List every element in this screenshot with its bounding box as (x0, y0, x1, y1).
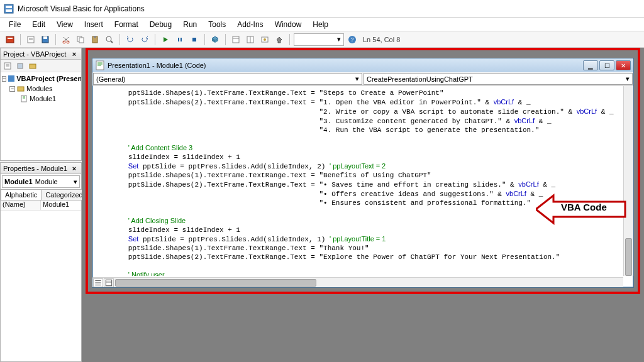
insert-module-icon[interactable] (25, 33, 37, 46)
app-title: Microsoft Visual Basic for Applications (18, 4, 145, 13)
svg-rect-15 (79, 38, 84, 43)
menu-tools[interactable]: Tools (203, 19, 231, 30)
code-window: Presentation1 - Module1 (Code) ▁ ☐ ✕ (Ge… (92, 58, 634, 288)
callout-arrow: VBA Code (536, 192, 630, 227)
code-editor[interactable]: pptSlide.Shapes(1).TextFrame.TextRange.T… (95, 89, 622, 276)
app-icon (4, 4, 14, 14)
properties-grid[interactable]: (Name) Module1 (1, 200, 81, 361)
collapse-icon[interactable]: − (9, 86, 15, 92)
full-module-view-icon[interactable] (104, 278, 114, 287)
object-browser-icon[interactable] (258, 33, 271, 46)
menu-addins[interactable]: Add-Ins (232, 19, 268, 30)
menu-insert[interactable]: Insert (79, 19, 108, 30)
procedure-view-icon[interactable] (93, 278, 103, 287)
mdi-client-area: Presentation1 - Module1 (Code) ▁ ☐ ✕ (Ge… (82, 48, 644, 362)
svg-rect-27 (233, 36, 239, 43)
svg-point-32 (264, 38, 266, 41)
svg-line-19 (111, 41, 113, 43)
properties-tab-alphabetic[interactable]: Alphabetic (1, 189, 42, 200)
project-root-label[interactable]: VBAProject (Presen (16, 75, 81, 82)
procedure-dropdown[interactable]: CreatePresentationUsingChatGPT▾ (364, 73, 633, 85)
toolbar-combo[interactable]: ▾ (294, 33, 344, 46)
cursor-position: Ln 54, Col 8 (363, 36, 400, 43)
svg-rect-17 (94, 36, 96, 38)
project-explorer-icon[interactable] (230, 33, 242, 46)
svg-point-18 (106, 36, 111, 41)
project-pane-title: Project - VBAProject (3, 50, 66, 58)
run-icon[interactable] (159, 33, 172, 46)
vbaproject-icon (8, 74, 15, 83)
help-icon[interactable]: ? (346, 33, 358, 46)
toolbox-icon[interactable] (273, 33, 286, 46)
module1-label[interactable]: Module1 (30, 95, 56, 102)
view-object-icon[interactable] (14, 60, 26, 72)
project-tree[interactable]: −VBAProject (Presen −Modules Module1 (1, 72, 81, 160)
svg-rect-38 (18, 63, 23, 69)
chevron-down-icon: ▾ (355, 75, 359, 83)
module-icon (19, 94, 28, 103)
menu-view[interactable]: View (52, 19, 78, 30)
menu-file[interactable]: File (4, 19, 26, 30)
code-window-icon (95, 60, 105, 70)
properties-object-selector[interactable]: Module1 Module ▾ (2, 175, 80, 188)
svg-rect-23 (192, 38, 196, 41)
highlight-frame: Presentation1 - Module1 (Code) ▁ ☐ ✕ (Ge… (86, 48, 640, 294)
paste-icon[interactable] (89, 33, 101, 46)
svg-rect-2 (6, 9, 12, 12)
project-pane-close-icon[interactable]: × (70, 50, 79, 58)
toggle-folders-icon[interactable] (27, 60, 38, 72)
menu-debug[interactable]: Debug (145, 19, 177, 30)
svg-rect-39 (30, 64, 36, 69)
redo-icon[interactable] (138, 33, 151, 46)
code-window-titlebar[interactable]: Presentation1 - Module1 (Code) ▁ ☐ ✕ (92, 58, 633, 72)
svg-marker-20 (164, 37, 168, 42)
svg-text:?: ? (350, 36, 353, 43)
menu-window[interactable]: Window (270, 19, 307, 30)
properties-pane-close-icon[interactable]: × (70, 164, 79, 173)
svg-rect-21 (178, 38, 179, 41)
maximize-button[interactable]: ☐ (599, 60, 614, 70)
properties-pane-title: Properties - Module1 (3, 165, 67, 172)
svg-rect-41 (18, 87, 24, 91)
svg-rect-3 (6, 36, 14, 43)
project-explorer-pane: Project - VBAProject × −VBAProject (Pres… (0, 48, 82, 161)
properties-window-icon[interactable] (244, 33, 257, 46)
scrollbar-thumb[interactable] (625, 238, 632, 276)
undo-icon[interactable] (124, 33, 136, 46)
svg-rect-9 (43, 36, 47, 39)
view-code-icon[interactable] (2, 60, 13, 72)
properties-tab-categorized[interactable]: Categorized (41, 189, 87, 200)
code-window-title: Presentation1 - Module1 (Code) (108, 62, 206, 69)
reset-icon[interactable] (188, 33, 201, 46)
save-icon[interactable] (39, 33, 52, 46)
vertical-scrollbar[interactable] (623, 86, 633, 276)
object-dropdown[interactable]: (General)▾ (93, 73, 362, 85)
property-row: (Name) Module1 (1, 200, 81, 211)
menubar: File Edit View Insert Format Debug Run T… (0, 18, 644, 31)
menu-run[interactable]: Run (178, 19, 202, 30)
callout-label: VBA Code (561, 202, 607, 212)
app-titlebar: Microsoft Visual Basic for Applications (0, 0, 644, 18)
menu-help[interactable]: Help (308, 19, 333, 30)
svg-rect-1 (6, 6, 12, 8)
svg-rect-40 (8, 75, 14, 82)
find-icon[interactable] (103, 33, 116, 46)
copy-icon[interactable] (74, 33, 87, 46)
design-mode-icon[interactable] (209, 33, 221, 46)
close-button[interactable]: ✕ (616, 60, 631, 70)
cut-icon[interactable] (60, 33, 72, 46)
scrollbar-thumb[interactable] (115, 279, 316, 287)
svg-rect-4 (8, 38, 13, 39)
main-toolbar: ▾ ? Ln 54, Col 8 (0, 31, 644, 48)
svg-rect-52 (106, 280, 111, 285)
view-ppt-icon[interactable] (4, 33, 16, 46)
menu-format[interactable]: Format (109, 19, 143, 30)
folder-icon (16, 84, 25, 93)
collapse-icon[interactable]: − (2, 76, 6, 82)
modules-folder-label[interactable]: Modules (26, 85, 53, 92)
menu-edit[interactable]: Edit (27, 19, 50, 30)
svg-rect-22 (180, 38, 182, 41)
horizontal-scrollbar[interactable] (92, 277, 623, 287)
break-icon[interactable] (174, 33, 186, 46)
minimize-button[interactable]: ▁ (583, 60, 598, 70)
